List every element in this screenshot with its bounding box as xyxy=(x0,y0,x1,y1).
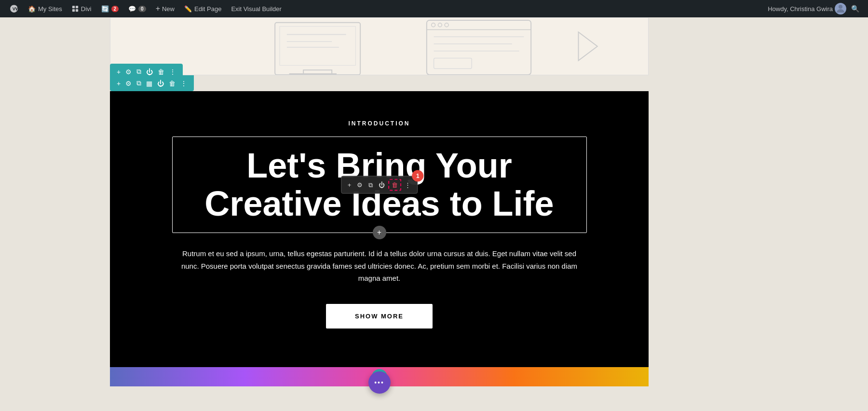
row-toolbar: + ⚙ ⧉ ⏻ 🗑 ⋮ xyxy=(110,64,183,80)
dots-icon: ••• xyxy=(374,379,384,386)
section-columns-btn[interactable]: ▦ xyxy=(144,79,154,88)
svg-point-15 xyxy=(432,23,435,27)
section-toolbar: + ⚙ ⧉ ▦ ⏻ 🗑 ⋮ xyxy=(110,75,649,91)
main-dark-section: INTRODUCTION Let's Bring Your Creative I… xyxy=(110,91,649,386)
heading-plus-btn[interactable]: + xyxy=(373,226,386,239)
row-delete-btn[interactable]: 🗑 xyxy=(156,67,166,77)
module-toolbar: + ⚙ ⧉ ⏻ 🗑 ⋮ 1 xyxy=(341,176,418,194)
divi-label: Divi xyxy=(81,5,92,13)
svg-rect-13 xyxy=(427,20,531,75)
updates-menu[interactable]: 🔄 2 xyxy=(97,0,123,17)
module-delete-btn[interactable]: 🗑 xyxy=(388,179,401,191)
svg-rect-6 xyxy=(303,70,332,74)
right-sidebar-space xyxy=(649,17,868,411)
notification-badge: 1 xyxy=(412,170,423,182)
module-duplicate-btn[interactable]: ⧉ xyxy=(366,179,375,190)
row-add-btn[interactable]: + xyxy=(115,67,122,77)
admin-bar: 🏠 My Sites Divi 🔄 2 💬 0 + New ✏️ Edit Pa… xyxy=(0,0,868,17)
heading-container: Let's Bring Your Creative Ideas to Life … xyxy=(172,137,587,233)
module-disable-btn[interactable]: ⏻ xyxy=(376,180,387,190)
svg-rect-21 xyxy=(434,58,472,69)
module-toolbar-bar: + ⚙ ⧉ ⏻ 🗑 ⋮ xyxy=(341,176,418,194)
section-disable-btn[interactable]: ⏻ xyxy=(155,79,166,88)
content-area: INTRODUCTION Let's Bring Your Creative I… xyxy=(110,91,649,367)
svg-rect-3 xyxy=(76,9,78,12)
avatar xyxy=(835,3,846,14)
svg-rect-8 xyxy=(280,27,355,66)
wp-logo[interactable] xyxy=(6,0,22,17)
section-settings-btn[interactable]: ⚙ xyxy=(123,79,134,88)
search-icon[interactable]: 🔍 xyxy=(848,5,862,13)
module-settings-btn[interactable]: ⚙ xyxy=(354,180,365,190)
body-text: Rutrum et eu sed a ipsum, urna, tellus e… xyxy=(177,247,582,285)
top-sketch-section xyxy=(110,17,649,75)
comments-menu[interactable]: 💬 0 xyxy=(124,0,150,17)
wp-icon xyxy=(10,4,18,13)
updates-icon: 🔄 xyxy=(101,5,109,13)
pencil-icon: ✏️ xyxy=(184,5,192,13)
my-sites-menu[interactable]: 🏠 My Sites xyxy=(24,0,66,17)
section-add-btn[interactable]: + xyxy=(115,79,122,88)
exit-visual-builder-menu[interactable]: Exit Visual Builder xyxy=(227,0,285,17)
row-settings-btn[interactable]: ⚙ xyxy=(123,67,134,77)
show-more-button[interactable]: SHOW MORE xyxy=(326,304,433,329)
row-disable-btn[interactable]: ⏻ xyxy=(144,67,155,77)
divi-menu[interactable]: Divi xyxy=(68,0,95,17)
svg-rect-1 xyxy=(76,6,78,8)
exit-vb-label: Exit Visual Builder xyxy=(231,5,282,13)
page-canvas: + ⚙ ⧉ ▦ ⏻ 🗑 ⋮ INTRODUCTION Let's Bring Y… xyxy=(110,17,649,411)
sketch-illustration xyxy=(110,18,648,75)
module-more-btn[interactable]: ⋮ xyxy=(402,180,413,190)
comments-icon: 💬 xyxy=(128,5,136,13)
row-outer-toolbar: + ⚙ ⧉ ⏻ 🗑 ⋮ xyxy=(110,64,183,80)
edit-page-menu[interactable]: ✏️ Edit Page xyxy=(180,0,225,17)
floating-dots-button[interactable]: ••• xyxy=(368,371,391,394)
edit-page-label: Edit Page xyxy=(194,5,221,13)
row-more-btn[interactable]: ⋮ xyxy=(167,67,178,77)
svg-rect-2 xyxy=(72,9,75,12)
svg-rect-5 xyxy=(275,23,360,75)
section-duplicate-btn[interactable]: ⧉ xyxy=(135,78,143,88)
svg-point-16 xyxy=(438,23,442,27)
section-delete-btn[interactable]: 🗑 xyxy=(167,79,177,88)
divi-icon xyxy=(72,5,79,12)
svg-marker-12 xyxy=(579,32,597,61)
svg-rect-0 xyxy=(72,6,75,8)
howdy-text: Howdy, Christina Gwira xyxy=(768,5,833,13)
new-label: New xyxy=(162,5,175,13)
svg-point-4 xyxy=(839,5,842,9)
intro-label: INTRODUCTION xyxy=(120,120,639,127)
svg-point-17 xyxy=(445,23,448,27)
my-sites-label: My Sites xyxy=(38,5,62,13)
user-info: Howdy, Christina Gwira 🔍 xyxy=(768,3,862,14)
plus-icon: + xyxy=(156,4,160,13)
row-duplicate-btn[interactable]: ⧉ xyxy=(135,67,143,77)
updates-badge: 2 xyxy=(111,6,119,12)
new-menu[interactable]: + New xyxy=(152,0,178,17)
module-add-btn[interactable]: + xyxy=(345,180,354,190)
comments-badge: 0 xyxy=(138,6,146,12)
house-icon: 🏠 xyxy=(28,5,36,13)
section-more-btn[interactable]: ⋮ xyxy=(178,79,189,88)
